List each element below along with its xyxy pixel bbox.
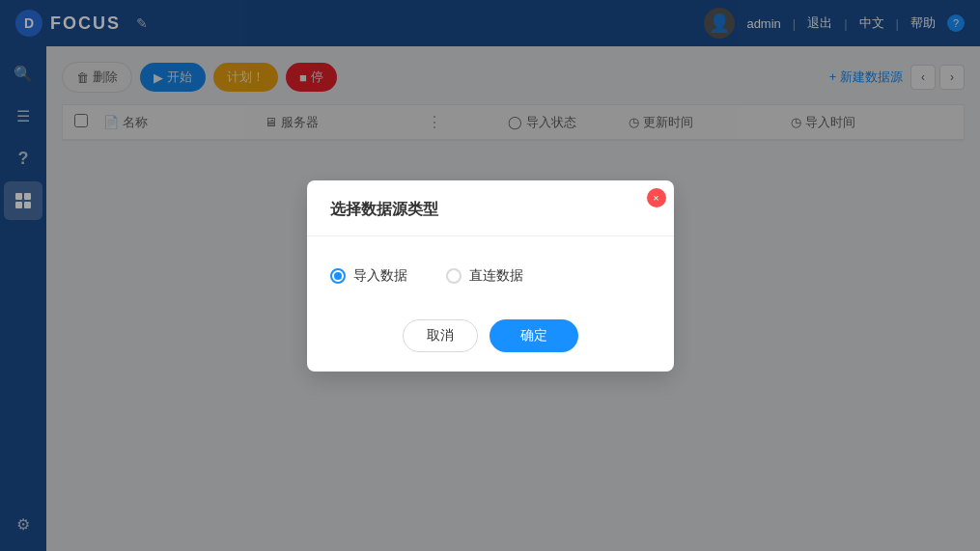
radio-import[interactable]: 导入数据	[330, 267, 407, 285]
dialog: × 选择数据源类型 导入数据 直连数据 取消 确定	[307, 180, 674, 372]
modal-overlay: × 选择数据源类型 导入数据 直连数据 取消 确定	[0, 0, 980, 551]
dialog-footer: 取消 确定	[307, 308, 674, 372]
confirm-button[interactable]: 确定	[490, 319, 578, 352]
radio-import-label: 导入数据	[353, 267, 407, 285]
dialog-header: 选择数据源类型	[307, 180, 674, 236]
radio-import-circle	[330, 268, 346, 284]
dialog-close-button[interactable]: ×	[647, 188, 666, 207]
radio-direct[interactable]: 直连数据	[446, 267, 523, 285]
dialog-title: 选择数据源类型	[330, 201, 438, 217]
cancel-button[interactable]: 取消	[403, 319, 478, 352]
dialog-body: 导入数据 直连数据	[307, 236, 674, 308]
radio-direct-label: 直连数据	[469, 267, 523, 285]
radio-direct-circle	[446, 268, 462, 284]
